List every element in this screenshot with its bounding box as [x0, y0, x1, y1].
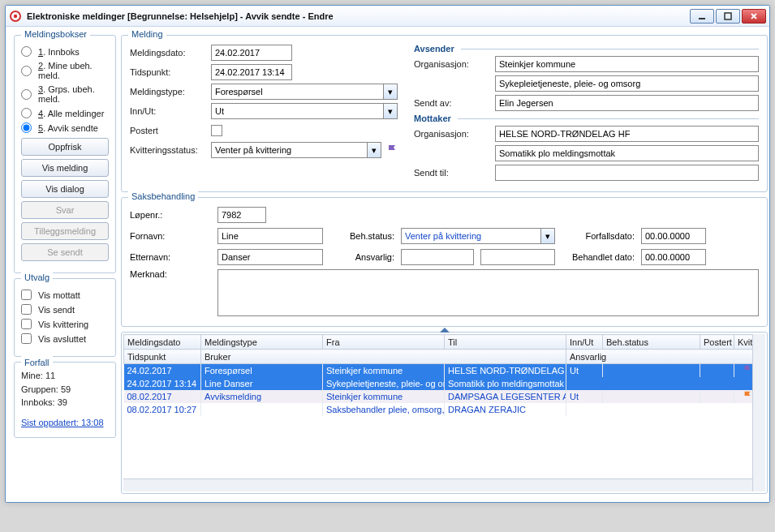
label-behandletdato: Behandlet dato:: [562, 252, 635, 262]
window-buttons: [690, 9, 766, 24]
mailbox-avvik-sendte[interactable]: 5. Avvik sendte: [21, 122, 109, 133]
table-row[interactable]: 08.02.2017AvviksmeldingSteinkjer kommune…: [124, 390, 765, 403]
field-mot-org1[interactable]: [495, 126, 759, 142]
window-title: Elektroniske meldinger [Begrunnelse: Hel…: [27, 11, 690, 21]
field-meldingstype[interactable]: [211, 84, 398, 100]
avsender-header: Avsender: [414, 44, 759, 54]
mailbox-mine-ubeh[interactable]: 2. Mine ubeh. meld.: [21, 61, 109, 80]
field-innut[interactable]: [211, 103, 398, 119]
col-postert[interactable]: Postert: [700, 335, 734, 350]
minimize-button[interactable]: [690, 9, 714, 24]
field-avs-org2[interactable]: [495, 75, 759, 92]
col-meldingstype[interactable]: Meldingstype: [201, 335, 323, 350]
utvalg-legend: Utvalg: [21, 272, 53, 282]
oppfrisk-button[interactable]: Oppfrisk: [21, 138, 109, 156]
saksbehandling-panel: Saksbehandling Løpenr.: Fornavn: Beh.sta…: [121, 197, 768, 327]
forfall-mine: Mine: 11: [21, 369, 109, 383]
field-avs-org1[interactable]: [495, 56, 759, 72]
svar-button: Svar: [21, 201, 109, 219]
field-mot-org2[interactable]: [495, 145, 759, 161]
label-postert: Postert: [130, 126, 211, 135]
label-innut: Inn/Ut:: [130, 106, 211, 116]
app-icon: [9, 10, 22, 23]
col-fra[interactable]: Fra: [323, 335, 445, 350]
mailboxes-legend: Meldingsbokser: [21, 29, 90, 39]
field-tidspunkt[interactable]: [211, 64, 292, 80]
col-tidspunkt[interactable]: Tidspunkt: [124, 350, 201, 364]
col-meldingsdato[interactable]: Meldingsdato: [124, 335, 201, 350]
mailboxes-group: Meldingsbokser 1. Innboks 2. Mine ubeh. …: [14, 35, 116, 273]
label-fornavn: Fornavn:: [130, 231, 211, 241]
table-row[interactable]: 08.02.2017 10:27Saksbehandler pleie, oms…: [124, 403, 765, 416]
titlebar[interactable]: Elektroniske meldinger [Begrunnelse: Hel…: [6, 6, 769, 27]
forfall-group: Forfall Mine: 11 Gruppen: 59 Innboks: 39…: [14, 362, 116, 438]
melding-panel: Melding Meldingsdato: Tidspunkt: Melding…: [121, 35, 768, 192]
label-ansvarlig: Ansvarlig:: [329, 252, 394, 262]
label-behstatus: Beh.status:: [329, 231, 394, 241]
forfall-innboks: Innboks: 39: [21, 396, 109, 410]
maximize-button[interactable]: [716, 9, 740, 24]
tilleggsmelding-button: Tilleggsmelding: [21, 222, 109, 240]
chk-vis-sendt[interactable]: Vis sendt: [21, 304, 109, 315]
vis-dialog-button[interactable]: Vis dialog: [21, 180, 109, 198]
vertical-scrollbar[interactable]: [752, 334, 765, 491]
field-ansvarlig2[interactable]: [480, 249, 555, 265]
col-til[interactable]: Til: [445, 335, 566, 350]
collapse-arrow-icon[interactable]: [440, 328, 450, 332]
mailbox-alle[interactable]: 4. Alle meldinger: [21, 108, 109, 118]
col-bruker[interactable]: Bruker: [201, 350, 566, 364]
horizontal-scrollbar[interactable]: [123, 478, 752, 491]
field-etternavn[interactable]: [217, 249, 323, 265]
label-avs-sendtav: Sendt av:: [414, 98, 495, 108]
mailbox-grps-ubeh[interactable]: 3. Grps. ubeh. meld.: [21, 84, 109, 104]
field-mot-sendttil[interactable]: [495, 165, 759, 181]
flag-icon: [386, 144, 398, 156]
field-fornavn[interactable]: [217, 228, 323, 244]
field-forfallsdato[interactable]: [641, 228, 706, 244]
se-sendt-button: Se sendt: [21, 243, 109, 261]
forfall-legend: Forfall: [21, 356, 53, 370]
table-row[interactable]: 24.02.2017 13:14Line DanserSykepleietjen…: [124, 377, 765, 390]
field-behandletdato[interactable]: [641, 249, 706, 265]
utvalg-group: Utvalg Vis mottatt Vis sendt Vis kvitter…: [14, 278, 116, 357]
vis-melding-button[interactable]: Vis melding: [21, 159, 109, 177]
field-behstatus[interactable]: [401, 228, 555, 244]
col-innut[interactable]: Inn/Ut: [566, 335, 603, 350]
label-kvitteringsstatus: Kvitteringsstatus:: [130, 145, 211, 155]
label-avs-org: Organisasjon:: [414, 59, 495, 69]
label-merknad: Merknad:: [130, 269, 211, 279]
field-kvitteringsstatus[interactable]: [211, 142, 381, 158]
label-etternavn: Etternavn:: [130, 252, 211, 262]
field-meldingsdato[interactable]: [211, 45, 292, 61]
field-ansvarlig1[interactable]: [401, 249, 474, 265]
sist-oppdatert-link[interactable]: Sist oppdatert: 13:08: [21, 416, 104, 430]
svg-rect-2: [699, 18, 705, 19]
label-mot-sendttil: Sendt til:: [414, 168, 495, 178]
col-ansvarlig[interactable]: Ansvarlig: [566, 350, 765, 364]
svg-rect-3: [725, 13, 731, 19]
label-meldingstype: Meldingstype:: [130, 87, 211, 97]
col-behstatus[interactable]: Beh.status: [603, 335, 700, 350]
field-merknad[interactable]: [217, 269, 759, 316]
messages-table: Meldingsdato Meldingstype Fra Til Inn/Ut…: [121, 332, 768, 494]
label-meldingsdato: Meldingsdato:: [130, 48, 211, 58]
field-lopenr[interactable]: [217, 207, 266, 223]
chk-vis-mottatt[interactable]: Vis mottatt: [21, 290, 109, 300]
melding-legend: Melding: [128, 29, 166, 39]
mottaker-header: Mottaker: [414, 114, 759, 123]
close-button[interactable]: [742, 9, 766, 24]
field-avs-sendtav[interactable]: [495, 95, 759, 111]
table-row[interactable]: 24.02.2017ForespørselSteinkjer kommuneHE…: [124, 364, 765, 378]
saks-legend: Saksbehandling: [128, 191, 198, 201]
window: Elektroniske meldinger [Begrunnelse: Hel…: [5, 5, 770, 503]
mailbox-innboks[interactable]: 1. Innboks: [21, 46, 109, 57]
chk-vis-avsluttet[interactable]: Vis avsluttet: [21, 333, 109, 344]
label-lopenr: Løpenr.:: [130, 210, 211, 220]
label-tidspunkt: Tidspunkt:: [130, 67, 211, 77]
chk-postert[interactable]: [211, 125, 222, 136]
chk-vis-kvittering[interactable]: Vis kvittering: [21, 319, 109, 329]
svg-point-1: [14, 14, 17, 17]
forfall-gruppen: Gruppen: 59: [21, 383, 109, 397]
label-forfallsdato: Forfallsdato:: [562, 231, 635, 241]
label-mot-org: Organisasjon:: [414, 129, 495, 139]
